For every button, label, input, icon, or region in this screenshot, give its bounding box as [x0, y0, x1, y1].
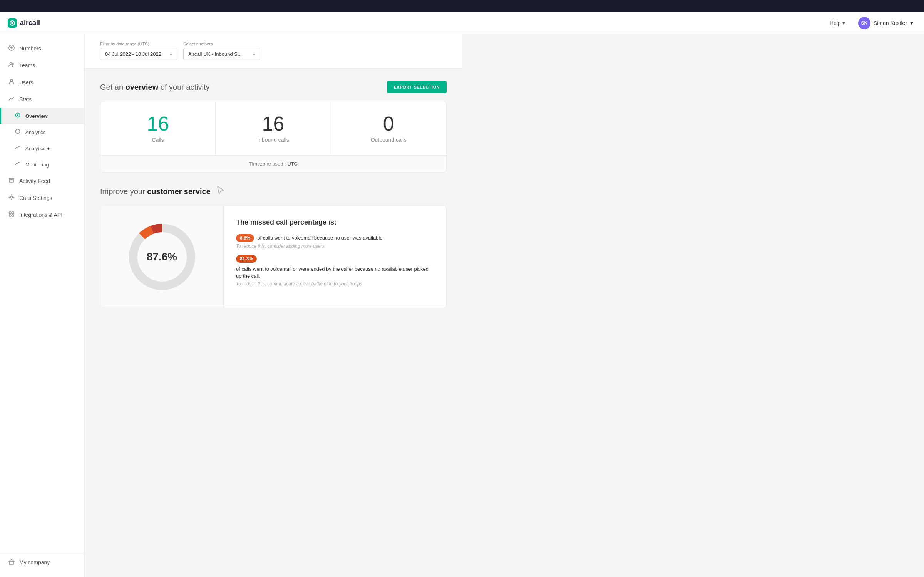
sidebar-item-stats[interactable]: Stats: [0, 91, 84, 108]
analytics-plus-icon: [14, 145, 22, 152]
svg-rect-16: [10, 562, 13, 564]
export-button[interactable]: EXPORT SELECTION: [387, 81, 447, 93]
overview-title-prefix: Get an: [100, 83, 126, 91]
cursor-icon: [215, 185, 226, 198]
stat1-text: of calls went to voicemail because no us…: [257, 235, 382, 242]
date-range-filter: Filter by date range (UTC) 04 Jul 2022 -…: [100, 42, 177, 60]
sidebar-item-users[interactable]: Users: [0, 74, 84, 91]
stat-badge-row-2: 81.3% of calls went to voicemail or were…: [236, 255, 434, 287]
numbers-filter: Select numbers Aircall UK - Inbound S...…: [183, 42, 260, 60]
logo-area: aircall: [8, 18, 40, 28]
svg-point-6: [17, 114, 18, 116]
stat-calls-label: Calls: [108, 137, 208, 143]
teams-icon: [8, 62, 15, 69]
timezone-value: UTC: [287, 161, 298, 167]
calls-settings-icon: [8, 194, 15, 202]
header: aircall Help ▾ SK Simon Kestler ▾: [0, 12, 462, 34]
customer-service-bold: customer service: [147, 187, 211, 196]
sidebar-bottom: My company: [0, 554, 84, 571]
users-icon: [8, 79, 15, 86]
stat-inbound-label: Inbound calls: [223, 137, 323, 143]
customer-service-prefix: Improve your: [100, 187, 147, 196]
stat1-hint: To reduce this, consider adding more use…: [236, 243, 383, 249]
stat-inbound-value: 16: [223, 114, 323, 134]
svg-rect-13: [12, 212, 14, 214]
numbers-label: Select numbers: [183, 42, 260, 46]
sidebar-item-calls-settings[interactable]: Calls Settings: [0, 190, 84, 206]
sidebar-label-stats: Stats: [19, 96, 32, 102]
numbers-value: Aircall UK - Inbound S...: [188, 51, 242, 57]
sidebar-item-activity-feed[interactable]: Activity Feed: [0, 173, 84, 190]
svg-rect-8: [9, 178, 14, 182]
sidebar: Numbers Teams Users Stats Overview Analy…: [0, 34, 85, 577]
date-range-label: Filter by date range (UTC): [100, 42, 177, 46]
sidebar-label-analytics: Analytics: [25, 129, 45, 135]
activity-feed-icon: [8, 177, 15, 185]
sidebar-item-overview[interactable]: Overview: [0, 108, 84, 124]
sidebar-label-activity-feed: Activity Feed: [19, 178, 50, 184]
stat2-hint: To reduce this, communicate a clear batt…: [236, 281, 434, 287]
donut-container: 87.6%: [100, 206, 224, 308]
customer-service-title: Improve your customer service: [100, 185, 447, 198]
stat2-text: of calls went to voicemail or were ended…: [236, 266, 434, 280]
svg-rect-14: [9, 215, 11, 216]
my-company-icon: [8, 559, 15, 566]
main-content: Filter by date range (UTC) 04 Jul 2022 -…: [85, 34, 462, 577]
sidebar-item-integrations-api[interactable]: Integrations & API: [0, 206, 84, 223]
svg-point-4: [10, 79, 13, 82]
stat-inbound: 16 Inbound calls: [216, 101, 331, 155]
sidebar-label-my-company: My company: [19, 559, 50, 565]
numbers-select[interactable]: Aircall UK - Inbound S... ▾: [183, 48, 260, 60]
stats-row: 16 Calls 16 Inbound calls 0 Outbound cal…: [100, 101, 446, 155]
stats-card: 16 Calls 16 Inbound calls 0 Outbound cal…: [100, 101, 447, 173]
customer-service-card: 87.6% The missed call percentage is: 6.6…: [100, 206, 447, 308]
overview-section-title: Get an overview of your activity EXPORT …: [100, 81, 447, 93]
svg-point-7: [16, 129, 20, 134]
filters-bar: Filter by date range (UTC) 04 Jul 2022 -…: [85, 34, 462, 69]
aircall-logo-icon: [8, 18, 17, 28]
donut-center: 87.6%: [147, 251, 177, 263]
sidebar-label-numbers: Numbers: [19, 45, 41, 52]
stat-calls: 16 Calls: [100, 101, 216, 155]
logo-text: aircall: [20, 19, 40, 27]
missed-call-info: The missed call percentage is: 6.6% of c…: [224, 206, 446, 308]
badge-2: 81.3%: [236, 255, 257, 263]
date-range-chevron: ▾: [170, 52, 172, 57]
numbers-icon: [8, 45, 15, 52]
date-range-select[interactable]: 04 Jul 2022 - 10 Jul 2022 ▾: [100, 48, 177, 60]
svg-point-3: [12, 63, 13, 65]
sidebar-label-calls-settings: Calls Settings: [19, 195, 52, 201]
sidebar-label-monitoring: Monitoring: [25, 162, 49, 168]
donut-percentage: 87.6%: [147, 251, 177, 263]
badge-1: 6.6%: [236, 234, 254, 242]
overview-title-suffix: of your activity: [158, 83, 209, 91]
sidebar-label-users: Users: [19, 79, 33, 86]
missed-call-title: The missed call percentage is:: [236, 218, 434, 226]
timezone-bar: Timezone used : UTC: [100, 155, 446, 172]
sidebar-item-monitoring[interactable]: Monitoring: [0, 156, 84, 173]
monitoring-icon: [14, 161, 22, 168]
timezone-label: Timezone used :: [249, 161, 287, 167]
sidebar-item-analytics-plus[interactable]: Analytics +: [0, 140, 84, 156]
stats-icon: [8, 96, 15, 103]
sidebar-label-teams: Teams: [19, 62, 35, 69]
stat-outbound-value: 0: [339, 114, 439, 134]
sidebar-label-analytics-plus: Analytics +: [25, 146, 50, 151]
svg-rect-12: [9, 212, 11, 214]
overview-title-bold: overview: [126, 83, 159, 91]
donut-chart: 87.6%: [124, 218, 201, 295]
svg-point-11: [11, 196, 13, 198]
stat-calls-value: 16: [108, 114, 208, 134]
stat-outbound-label: Outbound calls: [339, 137, 439, 143]
topbar: [0, 0, 462, 12]
sidebar-item-analytics[interactable]: Analytics: [0, 124, 84, 140]
svg-point-2: [10, 63, 12, 65]
content-area: Get an overview of your activity EXPORT …: [85, 69, 462, 320]
date-range-value: 04 Jul 2022 - 10 Jul 2022: [105, 51, 161, 57]
stat-outbound: 0 Outbound calls: [331, 101, 446, 155]
analytics-icon: [14, 129, 22, 136]
sidebar-item-numbers[interactable]: Numbers: [0, 40, 84, 57]
sidebar-item-my-company[interactable]: My company: [0, 554, 84, 571]
stat-badge-row-1: 6.6% of calls went to voicemail because …: [236, 234, 434, 249]
sidebar-item-teams[interactable]: Teams: [0, 57, 84, 74]
